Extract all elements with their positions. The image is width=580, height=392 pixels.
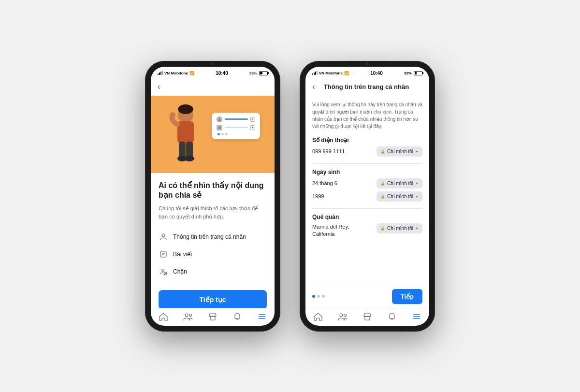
- continue-button[interactable]: Tiếp tục: [159, 290, 267, 307]
- nav-friends-1[interactable]: [183, 311, 193, 322]
- birthday-year-row: 1999 🔒 Chỉ mình tôi ▼: [312, 191, 422, 202]
- bottom-nav-2: [305, 308, 429, 326]
- signal-bars: [158, 71, 163, 75]
- nav-menu-1[interactable]: [257, 311, 267, 322]
- back-button-2[interactable]: ‹: [312, 82, 315, 92]
- nav-friends-2[interactable]: [337, 311, 348, 322]
- phone-camera: [211, 62, 214, 65]
- phone-2-header: ‹ Thông tin trên trang cá nhân: [305, 78, 429, 95]
- phone-privacy-label: Chỉ mình tôi: [387, 149, 413, 154]
- svg-rect-11: [160, 251, 166, 257]
- phone-2-content: Vui lòng xem lại thông tin này trên tran…: [305, 95, 429, 285]
- svg-point-24: [344, 314, 346, 316]
- hometown-label: Quê quán: [312, 214, 422, 220]
- svg-point-14: [162, 269, 164, 272]
- svg-point-23: [340, 314, 343, 317]
- svg-rect-2: [177, 121, 194, 143]
- svg-point-8: [218, 118, 220, 120]
- bday-year-dropdown-arrow: ▼: [415, 195, 419, 198]
- phones-container: VN Mobifone 📶 10:40 33% ‹: [145, 61, 435, 332]
- nav-home-1[interactable]: [158, 311, 169, 322]
- hometown-section: Quê quán Marina del Rey,California 🔒 Chỉ…: [312, 214, 422, 238]
- menu-item-block[interactable]: Chặn: [159, 263, 267, 280]
- hero-banner: ▼ ▼: [151, 96, 275, 173]
- lock-icon-phone: 🔒: [380, 149, 385, 154]
- svg-point-18: [189, 314, 191, 316]
- nav-bell-1[interactable]: [232, 311, 243, 322]
- hometown-dropdown-arrow: ▼: [415, 227, 419, 230]
- phone-1-screen: VN Mobifone 📶 10:40 33% ‹: [151, 67, 275, 326]
- bottom-nav-1: [151, 308, 275, 326]
- svg-point-10: [162, 234, 165, 237]
- phone-dropdown-arrow: ▼: [415, 150, 419, 153]
- birthday-day-privacy-btn[interactable]: 🔒 Chỉ mình tôi ▼: [377, 178, 422, 189]
- battery-icon-2: [414, 71, 422, 75]
- phone-privacy-btn[interactable]: 🔒 Chỉ mình tôi ▼: [377, 146, 422, 157]
- svg-rect-25: [365, 317, 370, 320]
- battery-section-1: 33%: [249, 71, 268, 75]
- phone-1-content: ‹: [151, 78, 275, 308]
- birthday-day-row: 24 tháng 6 🔒 Chỉ mình tôi ▼: [312, 178, 422, 189]
- phone-label: Số điện thoại: [312, 137, 422, 144]
- status-bar-1: VN Mobifone 📶 10:40 33%: [151, 67, 275, 78]
- svg-point-17: [185, 314, 188, 317]
- nav-home-2[interactable]: [313, 311, 323, 322]
- phone-2-camera: [366, 62, 369, 65]
- card-mockup: ▼ ▼: [212, 113, 260, 139]
- menu-item-profile[interactable]: Thông tin trên trang cá nhân: [159, 228, 267, 246]
- birthday-year-privacy-label: Chỉ mình tôi: [387, 194, 413, 199]
- battery-icon-1: [259, 71, 268, 75]
- phone-section: Số điện thoại 099 999 1111 🔒 Chỉ mình tô…: [312, 137, 422, 157]
- signal-bars-2: [312, 71, 318, 75]
- birthday-label: Ngày sinh: [312, 169, 422, 175]
- divider-2: [312, 208, 422, 209]
- intro-text: Vui lòng xem lại thông tin này trên tran…: [312, 101, 422, 130]
- hometown-privacy-btn[interactable]: 🔒 Chỉ mình tôi ▼: [377, 223, 422, 233]
- lock-icon-bday-year: 🔒: [380, 194, 385, 199]
- posts-icon: [159, 249, 168, 259]
- nav-bell-2[interactable]: [387, 311, 397, 322]
- lock-icon-hometown: 🔒: [380, 226, 385, 231]
- phone-value: 099 999 1111: [312, 148, 345, 154]
- person-svg: [165, 103, 206, 166]
- carrier-name: VN Mobifone: [164, 71, 188, 75]
- phone-2-body: Vui lòng xem lại thông tin này trên tran…: [305, 95, 429, 251]
- carrier-signal: VN Mobifone 📶: [158, 71, 194, 75]
- nav-marketplace-1[interactable]: [207, 311, 218, 322]
- birthday-year-privacy-btn[interactable]: 🔒 Chỉ mình tôi ▼: [377, 191, 422, 202]
- block-icon: [159, 267, 168, 276]
- birthday-day-value: 24 tháng 6: [312, 180, 337, 186]
- phone-1-title: Ai có thể nhìn thấy nội dung bạn chia sẻ: [159, 181, 267, 201]
- phone-1: VN Mobifone 📶 10:40 33% ‹: [145, 61, 280, 332]
- phone-2-footer: Tiếp: [305, 285, 429, 308]
- hometown-value: Marina del Rey,California: [312, 223, 349, 238]
- nav-marketplace-2[interactable]: [362, 311, 373, 322]
- svg-rect-19: [210, 317, 215, 320]
- next-button[interactable]: Tiếp: [392, 289, 422, 304]
- dot-1: [312, 295, 315, 298]
- birthday-day-privacy-label: Chỉ mình tôi: [387, 181, 413, 186]
- battery-section-2: 32%: [404, 71, 422, 75]
- bday-day-dropdown-arrow: ▼: [415, 182, 419, 185]
- phone-2: VN Mobifone 📶 10:40 32% ‹ Thông tin trên…: [300, 61, 435, 332]
- phone-2-screen: VN Mobifone 📶 10:40 32% ‹ Thông tin trên…: [305, 67, 429, 326]
- back-button-1[interactable]: ‹: [158, 82, 160, 92]
- menu-label-posts: Bài viết: [173, 251, 192, 258]
- carrier-name-2: VN Mobifone: [319, 71, 343, 75]
- phone-1-subtitle: Chúng tôi sẽ giải thích rõ các lựa chọn …: [159, 204, 267, 220]
- svg-point-3: [170, 112, 175, 118]
- menu-item-posts[interactable]: Bài viết: [159, 246, 267, 263]
- phone-1-header: ‹: [151, 78, 275, 96]
- hometown-privacy-label: Chỉ mình tôi: [387, 226, 413, 231]
- privacy-illustration: ▼ ▼: [160, 105, 265, 166]
- time-display-1: 10:40: [216, 71, 228, 76]
- dot-3: [322, 295, 325, 298]
- nav-menu-2[interactable]: [411, 311, 422, 322]
- menu-label-profile: Thông tin trên trang cá nhân: [173, 233, 246, 240]
- dot-2: [317, 295, 320, 298]
- phone-1-body: Ai có thể nhìn thấy nội dung bạn chia sẻ…: [151, 173, 275, 308]
- wifi-icon: 📶: [189, 71, 194, 75]
- svg-line-16: [164, 273, 166, 275]
- pagination-dots: [312, 295, 325, 298]
- profile-icon: [159, 232, 168, 242]
